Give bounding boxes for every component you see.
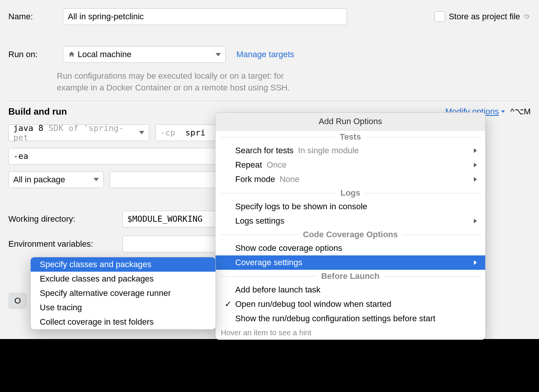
popup-item-add-before-launch[interactable]: Add before launch task: [216, 283, 485, 297]
bottom-black-strip: [0, 339, 539, 392]
popup-item-show-settings-before-start[interactable]: Show the run/debug configuration setting…: [216, 311, 485, 326]
submenu-item-use-tracing[interactable]: Use tracing: [31, 300, 216, 315]
home-icon: [68, 51, 78, 58]
name-input[interactable]: All in spring-petclinic: [63, 8, 347, 25]
working-directory-label: Working directory:: [8, 214, 116, 224]
working-directory-input[interactable]: $MODULE_WORKING: [122, 211, 222, 227]
popup-item-open-tool-window[interactable]: ✓Open run/debug tool window when started: [216, 297, 485, 311]
vm-options-input[interactable]: -ea: [8, 148, 216, 165]
chevron-right-icon: [474, 177, 477, 182]
run-on-hint: Run configurations may be executed local…: [57, 70, 531, 94]
manage-targets-link[interactable]: Manage targets: [236, 50, 294, 59]
store-project-label: Store as project file: [449, 12, 520, 22]
popup-item-coverage-settings[interactable]: Coverage settings: [216, 255, 485, 270]
popup-item-search-for-tests[interactable]: Search for testsIn single module: [216, 143, 485, 158]
popup-item-fork-mode[interactable]: Fork modeNone: [216, 172, 485, 187]
checkbox-icon: [434, 11, 445, 22]
popup-section-before-launch: Before Launch: [216, 270, 485, 283]
popup-section-coverage: Code Coverage Options: [216, 228, 485, 241]
name-label: Name:: [8, 12, 57, 22]
submenu-item-specify-classes[interactable]: Specify classes and packages: [31, 257, 216, 272]
store-project-checkbox[interactable]: Store as project file: [434, 11, 520, 22]
popup-item-repeat[interactable]: RepeatOnce: [216, 158, 485, 172]
chevron-down-icon: [139, 131, 144, 134]
coverage-settings-submenu: Specify classes and packages Exclude cla…: [30, 257, 216, 330]
submenu-item-alt-runner[interactable]: Specify alternative coverage runner: [31, 286, 216, 300]
modify-options-shortcut: ^⌥M: [510, 107, 531, 117]
chevron-right-icon: [474, 163, 477, 167]
run-on-label: Run on:: [8, 50, 57, 59]
test-scope-select[interactable]: All in package: [8, 171, 104, 188]
popup-title: Add Run Options: [216, 113, 485, 131]
chevron-down-icon: [94, 178, 99, 181]
chevron-right-icon: [474, 219, 477, 223]
section-divider: [8, 101, 531, 101]
build-and-run-title: Build and run: [8, 106, 67, 117]
popup-section-logs: Logs: [216, 187, 485, 199]
popup-section-tests: Tests: [216, 131, 485, 143]
env-vars-label: Environment variables:: [8, 239, 116, 249]
test-scope-value-input[interactable]: [110, 171, 216, 188]
chevron-right-icon: [474, 148, 477, 153]
submenu-item-collect-test-folders[interactable]: Collect coverage in test folders: [31, 315, 216, 329]
open-tool-window-chip[interactable]: O: [8, 292, 27, 309]
popup-item-specify-logs[interactable]: Specify logs to be shown in console: [216, 199, 485, 214]
chevron-down-icon: [500, 107, 506, 117]
classpath-select[interactable]: -cp spri: [155, 124, 216, 141]
add-run-options-popup: Add Run Options Tests Search for testsIn…: [215, 112, 486, 340]
gear-icon[interactable]: [522, 12, 531, 21]
chevron-down-icon: [216, 53, 221, 56]
env-vars-input[interactable]: [122, 236, 222, 252]
jdk-select[interactable]: java 8 SDK of 'spring-pet: [8, 124, 149, 141]
chevron-right-icon: [474, 260, 477, 265]
run-on-select[interactable]: Local machine: [63, 46, 226, 63]
check-icon: ✓: [224, 299, 232, 309]
popup-item-logs-settings[interactable]: Logs settings: [216, 214, 485, 228]
popup-footer-hint: Hover an item to see a hint: [216, 326, 485, 339]
popup-item-show-coverage[interactable]: Show code coverage options: [216, 241, 485, 255]
submenu-item-exclude-classes[interactable]: Exclude classes and packages: [31, 272, 216, 286]
